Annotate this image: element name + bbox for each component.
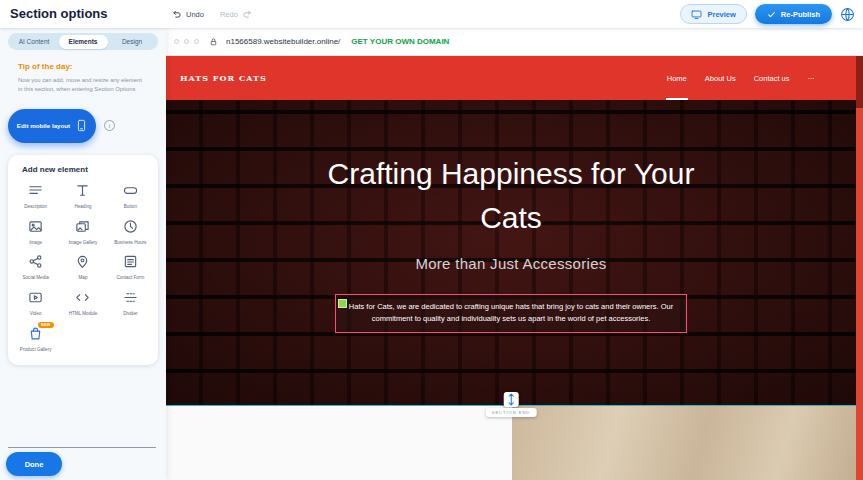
republish-button[interactable]: Re-Publish (755, 4, 832, 24)
undo-label: Undo (186, 10, 204, 19)
tip-of-the-day: Tip of the day: Now you can add, move an… (0, 50, 166, 95)
window-dot (194, 39, 199, 44)
social-media-icon (28, 254, 43, 269)
language-globe-button[interactable] (840, 7, 855, 22)
redo-button[interactable]: Redo (220, 9, 252, 19)
heading-icon (75, 183, 90, 198)
product-gallery-icon (28, 326, 43, 341)
edit-mobile-layout-button[interactable]: Edit mobile layout (8, 109, 96, 143)
edit-mobile-label: Edit mobile layout (17, 122, 70, 129)
nav-about-us[interactable]: About Us (696, 56, 745, 100)
site-header: HATS FOR CATS Home About Us Contact us ⋯ (166, 56, 856, 100)
next-section (166, 406, 856, 480)
info-icon[interactable]: i (104, 120, 115, 131)
site-nav: Home About Us Contact us ⋯ (658, 56, 824, 100)
browser-bar: n1566589.websitebuilder.online/ GET YOUR… (166, 28, 863, 56)
undo-button[interactable]: Undo (172, 9, 204, 19)
site-scrollbar[interactable] (856, 56, 863, 480)
element-business-hours[interactable]: Business Hours (107, 219, 154, 246)
element-contact-form[interactable]: Contact Form (107, 254, 154, 281)
edit-mobile-row: Edit mobile layout i (8, 109, 166, 143)
new-badge: NEW (38, 322, 54, 328)
topbar: Section options Undo Redo Preview Re-Pub… (0, 0, 863, 28)
map-icon (75, 254, 90, 269)
element-grid: Description Heading Button Image Image G… (12, 183, 154, 354)
phone-icon (76, 118, 87, 133)
button-icon (123, 183, 138, 198)
tab-elements[interactable]: Elements (59, 35, 108, 49)
element-heading[interactable]: Heading (59, 183, 106, 210)
element-product-gallery[interactable]: NEW Product Gallery (12, 326, 59, 353)
add-panel-title: Add new element (22, 165, 154, 174)
section-end-label: SECTION END (486, 408, 537, 417)
lock-icon (204, 37, 218, 47)
nav-more-icon[interactable]: ⋯ (799, 56, 825, 100)
description-icon (28, 183, 43, 198)
hero-heading[interactable]: Crafting Happiness for Your Cats (296, 152, 726, 239)
scrollbar-thumb[interactable] (856, 56, 863, 108)
divider-icon (123, 290, 138, 305)
preview-label: Preview (707, 10, 735, 19)
globe-icon (840, 7, 855, 22)
hero-paragraph-box[interactable]: Hats for Cats, we are dedicated to craft… (335, 294, 687, 333)
sand-texture-image (512, 406, 856, 480)
image-icon (28, 219, 43, 234)
element-divider[interactable]: Divider (107, 290, 154, 317)
element-video[interactable]: Video (12, 290, 59, 317)
app-window: Section options Undo Redo Preview Re-Pub… (0, 0, 863, 480)
selection-handle[interactable] (338, 299, 347, 308)
element-image[interactable]: Image (12, 219, 59, 246)
resize-arrows-icon[interactable] (504, 392, 519, 407)
tip-title: Tip of the day: (18, 62, 154, 71)
get-domain-link[interactable]: GET YOUR OWN DOMAIN (351, 37, 449, 46)
tab-design[interactable]: Design (108, 35, 157, 49)
undo-icon (172, 9, 182, 19)
element-image-gallery[interactable]: Image Gallery (59, 219, 106, 246)
site-url: n1566589.websitebuilder.online/ (226, 37, 340, 46)
hero-paragraph-text: Hats for Cats, we are dedicated to craft… (349, 302, 673, 323)
hero-section[interactable]: Crafting Happiness for Your Cats More th… (166, 100, 856, 406)
redo-label: Redo (220, 10, 238, 19)
site-logo[interactable]: HATS FOR CATS (180, 73, 267, 83)
sidebar-divider (8, 447, 156, 448)
redo-icon (242, 9, 252, 19)
sidebar-tabs: AI Content Elements Design (8, 33, 158, 50)
element-button[interactable]: Button (107, 183, 154, 210)
element-map[interactable]: Map (59, 254, 106, 281)
element-description[interactable]: Description (12, 183, 59, 210)
sidebar: AI Content Elements Design Tip of the da… (0, 28, 166, 480)
nav-home[interactable]: Home (658, 56, 696, 100)
history-controls: Undo Redo (172, 0, 252, 28)
preview-canvas: n1566589.websitebuilder.online/ GET YOUR… (166, 28, 863, 480)
done-button[interactable]: Done (6, 452, 62, 476)
tip-body: Now you can add, move and resize any ele… (18, 76, 146, 95)
add-element-panel: Add new element Description Heading Butt… (8, 155, 158, 366)
page-title: Section options (10, 0, 108, 28)
image-gallery-icon (75, 219, 90, 234)
preview-button[interactable]: Preview (680, 4, 746, 24)
republish-label: Re-Publish (781, 10, 820, 19)
video-icon (28, 290, 43, 305)
html-module-icon (75, 290, 90, 305)
site-preview: HATS FOR CATS Home About Us Contact us ⋯… (166, 56, 856, 480)
window-dot (184, 39, 189, 44)
nav-contact-us[interactable]: Contact us (745, 56, 799, 100)
business-hours-icon (123, 219, 138, 234)
section-resize-widget[interactable]: SECTION END (486, 392, 537, 417)
monitor-icon (691, 9, 702, 20)
contact-form-icon (123, 254, 138, 269)
element-social-media[interactable]: Social Media (12, 254, 59, 281)
element-html-module[interactable]: HTML Module (59, 290, 106, 317)
check-icon (767, 10, 776, 19)
tab-ai-content[interactable]: AI Content (10, 35, 59, 49)
topbar-actions: Preview Re-Publish (680, 0, 855, 28)
window-dot (174, 39, 179, 44)
hero-subheading[interactable]: More than Just Accessories (166, 255, 856, 272)
